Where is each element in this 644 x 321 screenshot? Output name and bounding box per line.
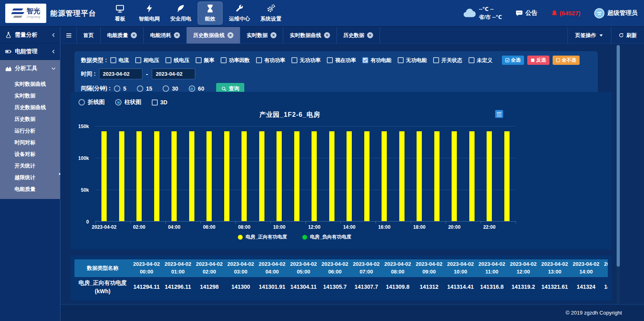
sidebar-item[interactable]: 实时数据曲线 (0, 78, 60, 90)
user-menu[interactable]: 超级管理员 (594, 8, 638, 19)
datatype-checkbox-电流[interactable]: 电流 (110, 57, 129, 64)
interval-radio-30[interactable]: 30 (163, 85, 178, 92)
sidebar-item[interactable]: 时间对标 (0, 137, 60, 148)
sidebar-item[interactable]: 电能质量 (0, 183, 60, 195)
checkbox-unchecked[interactable] (291, 57, 297, 63)
hourglass-icon (206, 4, 215, 13)
datatype-checkbox-未定义[interactable]: 未定义 (469, 57, 493, 64)
tab-operations-dropdown[interactable]: 页签操作 (568, 27, 611, 43)
tab-item[interactable]: 实时数据曲线× (283, 27, 337, 43)
interval-radio-60[interactable]: 60 (189, 85, 204, 92)
radio-selected[interactable] (189, 85, 195, 92)
refresh-button[interactable]: 刷新 (611, 27, 644, 43)
tab-close-icon[interactable]: × (270, 32, 277, 38)
x-axis-tick (95, 222, 96, 224)
checkbox-unchecked[interactable] (110, 57, 116, 63)
topnav-item-wrench[interactable]: 运维中心 (225, 2, 254, 25)
notification-button[interactable]: (64527) (551, 10, 580, 17)
invert-selection-button[interactable]: 反选 (527, 56, 549, 65)
3d-checkbox[interactable]: 3D (152, 99, 167, 106)
checkbox-unchecked[interactable] (165, 57, 171, 63)
line-chart-radio[interactable]: 折线图 (78, 99, 105, 106)
time-to-input[interactable] (152, 68, 195, 79)
radio-unselected[interactable] (163, 85, 169, 92)
datatype-checkbox-视在功率[interactable]: 视在功率 (327, 57, 356, 64)
tab-item[interactable]: 历史数据× (337, 27, 380, 43)
vertical-scrollbar[interactable] (617, 45, 620, 304)
tab-close-icon[interactable]: × (227, 32, 233, 38)
checkbox-unchecked[interactable] (327, 57, 333, 63)
legend-item[interactable]: 电房_负向有功电度 (302, 234, 351, 240)
tab-item[interactable]: 首页 (77, 27, 101, 43)
sidebar-group-2[interactable]: 分析工具 (0, 60, 60, 77)
datatype-checkbox-有功电能[interactable]: 有功电能 (362, 57, 392, 64)
legend-dot (302, 235, 307, 240)
legend-item[interactable]: 电房_正向有功电度 (238, 234, 287, 240)
datatype-checkbox-无功电能[interactable]: 无功电能 (398, 57, 427, 64)
radio-unselected[interactable] (114, 85, 120, 92)
sidebar-collapse-handle[interactable] (58, 171, 63, 178)
select-none-button[interactable]: 全不选 (553, 56, 580, 65)
datatype-checkbox-频率[interactable]: 频率 (196, 57, 215, 64)
bar-07:00 (224, 131, 229, 221)
checkbox-label: 线电压 (174, 57, 190, 64)
checkbox-checked[interactable] (362, 57, 368, 63)
topnav-item-leaf[interactable]: 安全用电 (166, 2, 195, 25)
topnav-label: 运维中心 (229, 15, 250, 23)
checkbox-unchecked[interactable] (221, 57, 227, 63)
checkbox-unchecked[interactable] (469, 57, 475, 63)
datatype-checkbox-线电压[interactable]: 线电压 (165, 57, 190, 64)
announcement-button[interactable]: 公告 (516, 9, 537, 17)
tab-menu-button[interactable] (61, 27, 77, 43)
tab-close-icon[interactable]: × (324, 32, 330, 38)
tab-close-icon[interactable]: × (367, 32, 373, 38)
sidebar-item[interactable]: 越限统计 (0, 172, 60, 183)
tab-item[interactable]: 电能消耗× (144, 27, 187, 43)
tab-close-icon[interactable]: × (174, 32, 180, 38)
y-axis-tick-label: 150k (75, 124, 89, 129)
datatype-checkbox-有功功率[interactable]: 有功功率 (256, 57, 285, 64)
radio-unselected[interactable] (137, 85, 143, 92)
sidebar-item[interactable]: 历史数据 (0, 113, 60, 125)
sidebar-group-1[interactable]: 电能管理 (0, 43, 60, 60)
x-axis-tick-label: 14:00 (343, 224, 355, 230)
topnav-item-hourglass[interactable]: 能效 (198, 2, 223, 25)
datatype-checkbox-功率因数[interactable]: 功率因数 (221, 57, 250, 64)
scrollbar-thumb[interactable] (617, 45, 620, 267)
sidebar-group-0[interactable]: 需量分析 (0, 27, 60, 43)
checkbox-unchecked[interactable] (256, 57, 262, 63)
bar-18:00 (417, 131, 422, 221)
topnav-item-gears[interactable]: 系统设置 (256, 2, 285, 25)
tab-active[interactable]: 历史数据曲线× (187, 27, 240, 43)
datatype-checkbox-无功功率[interactable]: 无功功率 (291, 57, 321, 64)
interval-radio-5[interactable]: 5 (114, 85, 126, 92)
topnav-item-bolt[interactable]: 智能电网 (135, 2, 164, 25)
tab-close-icon[interactable]: × (131, 32, 137, 38)
select-all-button[interactable]: 全选 (502, 56, 524, 65)
bar-06:00 (206, 131, 212, 221)
sidebar-item[interactable]: 实时数据 (0, 90, 60, 101)
topnav-item-monitor[interactable]: 看板 (107, 2, 132, 25)
x-axis-tick (130, 222, 131, 224)
tab-item[interactable]: 电能质量× (101, 27, 144, 43)
caret-down-icon (599, 33, 604, 38)
sidebar-item[interactable]: 设备对标 (0, 148, 60, 160)
checkbox-unchecked[interactable] (135, 57, 141, 63)
tab-item[interactable]: 实时数据× (240, 27, 283, 43)
checkbox-unchecked[interactable] (398, 57, 404, 63)
bar-chart-radio[interactable]: 柱状图 (115, 99, 141, 106)
sidebar-item[interactable]: 开关统计 (0, 160, 60, 172)
datatype-checkbox-group: 电流相电压线电压频率功率因数有功功率无功功率视在功率有功电能无功电能开关状态未定… (110, 57, 499, 64)
datatype-checkbox-开关状态[interactable]: 开关状态 (433, 57, 462, 64)
datatype-checkbox-相电压[interactable]: 相电压 (135, 57, 159, 64)
bar-15:00 (364, 131, 369, 221)
time-from-input[interactable] (99, 68, 142, 79)
checkbox-unchecked[interactable] (196, 57, 202, 63)
chart-toolbox-icon[interactable] (495, 110, 503, 118)
sidebar: 需量分析电能管理分析工具实时数据曲线实时数据历史数据曲线历史数据运行分析时间对标… (0, 27, 60, 321)
x-axis-tick-label: 10:00 (273, 224, 285, 230)
checkbox-unchecked[interactable] (433, 57, 439, 63)
interval-radio-15[interactable]: 15 (137, 85, 153, 92)
sidebar-item[interactable]: 运行分析 (0, 125, 60, 137)
sidebar-item[interactable]: 历史数据曲线 (0, 101, 60, 113)
